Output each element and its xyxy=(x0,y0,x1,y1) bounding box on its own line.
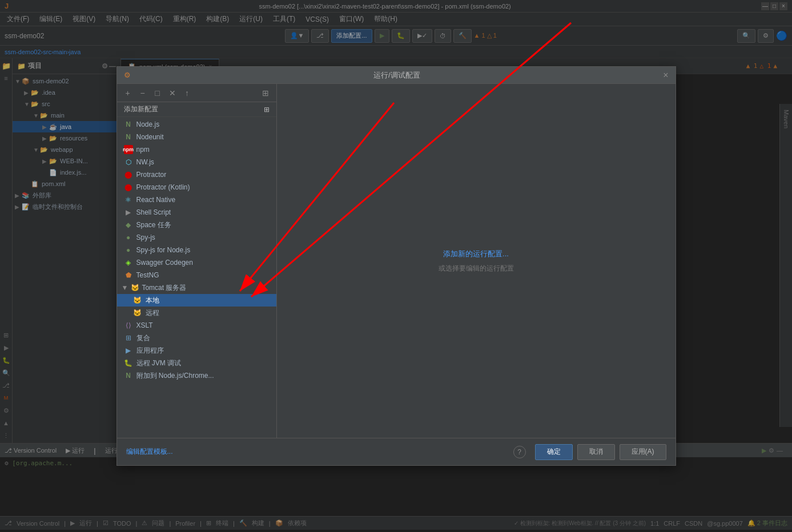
shell-script-icon: ▶ xyxy=(124,208,133,217)
attach-nodejs-icon: N xyxy=(124,371,133,380)
list-item-swagger[interactable]: ◈ Swagger Codegen xyxy=(117,256,276,269)
list-item-shell-script[interactable]: ▶ Shell Script xyxy=(117,206,276,219)
dialog-icon: ⚙ xyxy=(124,71,131,79)
protractor-icon: ⬤ xyxy=(124,170,133,179)
filter-icon[interactable]: ⊞ xyxy=(264,106,270,114)
list-item-tomcat-remote[interactable]: 🐱 远程 xyxy=(117,307,276,319)
remove-config-btn[interactable]: − xyxy=(136,87,149,99)
tomcat-group-icon: 🐱 xyxy=(130,283,139,292)
confirm-button[interactable]: 确定 xyxy=(535,444,573,460)
list-item-composite[interactable]: ⊞ 复合 xyxy=(117,332,276,344)
config-hint-text: 或选择要编辑的运行配置 xyxy=(439,264,514,273)
list-item-testng[interactable]: ⬟ TestNG xyxy=(117,269,276,281)
dialog-body: + − □ ✕ ↑ ⊞ 添加新配置 ⊞ N Node.js xyxy=(117,84,676,438)
nodejs-icon: N xyxy=(124,120,133,129)
list-group-tomcat[interactable]: ▼ 🐱 Tomcat 服务器 xyxy=(117,281,276,294)
swagger-icon: ◈ xyxy=(124,258,133,267)
npm-icon: npm xyxy=(124,145,133,154)
spyjs-nodejs-icon: ● xyxy=(124,245,133,255)
list-item-nodeunit[interactable]: N Nodeunit xyxy=(117,131,276,143)
list-item-space[interactable]: ◆ Space 任务 xyxy=(117,219,276,231)
dialog-left-toolbar: + − □ ✕ ↑ ⊞ xyxy=(117,84,276,102)
protractor-kotlin-icon: ⬤ xyxy=(124,183,133,192)
list-item-nwjs[interactable]: ⬡ NW.js xyxy=(117,156,276,168)
list-item-protractor[interactable]: ⬤ Protractor xyxy=(117,168,276,181)
list-item-protractor-kotlin[interactable]: ⬤ Protractor (Kotlin) xyxy=(117,181,276,194)
add-config-link[interactable]: 添加新的运行配置... xyxy=(443,249,509,259)
remote-jvm-icon: 🐛 xyxy=(124,358,133,368)
list-item-react-native[interactable]: ⚛ React Native xyxy=(117,194,276,206)
list-item-nodejs[interactable]: N Node.js xyxy=(117,118,276,131)
xslt-icon: ⟨⟩ xyxy=(124,321,133,330)
space-icon: ◆ xyxy=(124,220,133,229)
help-button[interactable]: ? xyxy=(513,446,526,458)
dialog-list-header: 添加新配置 ⊞ xyxy=(117,102,276,117)
expand-config-btn[interactable]: ⊞ xyxy=(259,87,272,99)
dialog-title: 运行/调试配置 xyxy=(373,70,420,80)
list-item-spyjs-nodejs[interactable]: ● Spy-js for Node.js xyxy=(117,244,276,256)
list-item-npm[interactable]: npm npm xyxy=(117,143,276,156)
list-item-app[interactable]: ▶ 应用程序 xyxy=(117,344,276,357)
app-icon: ▶ xyxy=(124,346,133,355)
dialog-title-bar: ⚙ 运行/调试配置 × xyxy=(117,67,676,84)
list-item-tomcat-local[interactable]: 🐱 本地 xyxy=(117,294,276,307)
spyjs-icon: ● xyxy=(124,233,133,242)
delete-config-btn[interactable]: ✕ xyxy=(166,87,179,99)
dialog-overlay: ⚙ 运行/调试配置 × + − □ ✕ ↑ ⊞ 添加新配置 ⊞ xyxy=(0,0,792,532)
testng-icon: ⬟ xyxy=(124,271,133,280)
tomcat-remote-icon: 🐱 xyxy=(133,308,142,317)
composite-icon: ⊞ xyxy=(124,333,133,342)
dialog-right-panel: 添加新的运行配置... 或选择要编辑的运行配置 xyxy=(277,84,676,438)
list-item-remote-jvm[interactable]: 🐛 远程 JVM 调试 xyxy=(117,357,276,369)
cancel-button[interactable]: 取消 xyxy=(577,444,615,460)
add-config-btn[interactable]: + xyxy=(122,87,134,99)
react-native-icon: ⚛ xyxy=(124,195,133,204)
run-config-dialog: ⚙ 运行/调试配置 × + − □ ✕ ↑ ⊞ 添加新配置 ⊞ xyxy=(116,66,676,466)
dialog-close-button[interactable]: × xyxy=(663,70,668,80)
nwjs-icon: ⬡ xyxy=(124,158,133,167)
dialog-list: N Node.js N Nodeunit npm npm xyxy=(117,117,276,438)
copy-config-btn[interactable]: □ xyxy=(151,87,164,99)
list-item-spyjs[interactable]: ● Spy-js xyxy=(117,231,276,244)
edit-templates-link[interactable]: 编辑配置模板... xyxy=(126,447,173,457)
dialog-left-panel: + − □ ✕ ↑ ⊞ 添加新配置 ⊞ N Node.js xyxy=(117,84,277,438)
sort-config-btn[interactable]: ↑ xyxy=(181,87,194,99)
nodeunit-icon: N xyxy=(124,132,133,142)
list-item-xslt[interactable]: ⟨⟩ XSLT xyxy=(117,319,276,332)
apply-button[interactable]: 应用(A) xyxy=(620,444,666,460)
list-header-text: 添加新配置 xyxy=(124,104,158,114)
tomcat-local-icon: 🐱 xyxy=(133,296,142,305)
list-item-attach-nodejs[interactable]: N 附加到 Node.js/Chrome... xyxy=(117,369,276,382)
dialog-footer: 编辑配置模板... ? 确定 取消 应用(A) xyxy=(117,438,676,465)
tomcat-arrow: ▼ xyxy=(122,284,128,292)
